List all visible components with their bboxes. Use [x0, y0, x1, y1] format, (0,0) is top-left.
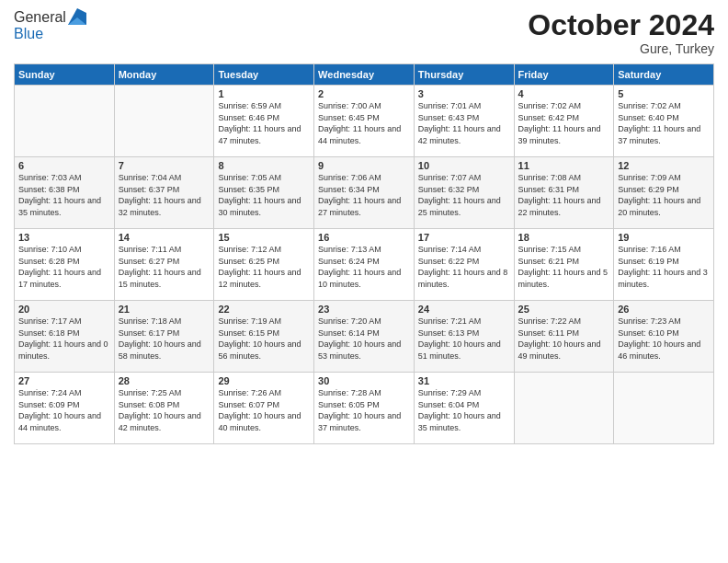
day-number: 8: [218, 160, 310, 171]
table-row: 18Sunrise: 7:15 AM Sunset: 6:21 PM Dayli…: [514, 229, 614, 301]
col-friday: Friday: [514, 64, 614, 86]
table-row: 3Sunrise: 7:01 AM Sunset: 6:43 PM Daylig…: [414, 86, 514, 157]
day-info: Sunrise: 7:02 AM Sunset: 6:42 PM Dayligh…: [518, 100, 610, 146]
table-row: 12Sunrise: 7:09 AM Sunset: 6:29 PM Dayli…: [614, 157, 714, 229]
col-monday: Monday: [114, 64, 214, 86]
day-number: 25: [518, 304, 610, 315]
table-row: 13Sunrise: 7:10 AM Sunset: 6:28 PM Dayli…: [15, 229, 115, 301]
logo-icon: [68, 8, 86, 25]
table-row: 16Sunrise: 7:13 AM Sunset: 6:24 PM Dayli…: [314, 229, 415, 301]
day-number: 31: [418, 375, 510, 386]
col-wednesday: Wednesday: [314, 64, 415, 86]
table-row: 5Sunrise: 7:02 AM Sunset: 6:40 PM Daylig…: [614, 86, 714, 157]
table-row: 2Sunrise: 7:00 AM Sunset: 6:45 PM Daylig…: [314, 86, 415, 157]
day-info: Sunrise: 7:18 AM Sunset: 6:17 PM Dayligh…: [119, 316, 210, 362]
table-row: 8Sunrise: 7:05 AM Sunset: 6:35 PM Daylig…: [214, 157, 314, 229]
table-row: 17Sunrise: 7:14 AM Sunset: 6:22 PM Dayli…: [414, 229, 514, 301]
day-info: Sunrise: 7:29 AM Sunset: 6:04 PM Dayligh…: [418, 387, 510, 433]
day-number: 30: [318, 375, 410, 386]
day-info: Sunrise: 7:26 AM Sunset: 6:07 PM Dayligh…: [218, 387, 310, 433]
col-thursday: Thursday: [414, 64, 514, 86]
month-title: October 2024: [528, 9, 714, 41]
day-info: Sunrise: 7:09 AM Sunset: 6:29 PM Dayligh…: [618, 172, 710, 218]
page: General Blue October 2024 Gure, Turkey S…: [0, 0, 728, 563]
table-row: [614, 373, 714, 444]
table-row: 23Sunrise: 7:20 AM Sunset: 6:14 PM Dayli…: [314, 301, 415, 373]
day-number: 6: [18, 160, 110, 171]
day-info: Sunrise: 7:15 AM Sunset: 6:21 PM Dayligh…: [518, 244, 610, 290]
day-number: 1: [218, 88, 310, 99]
day-number: 17: [418, 232, 510, 243]
day-info: Sunrise: 7:12 AM Sunset: 6:25 PM Dayligh…: [218, 244, 310, 290]
day-number: 20: [18, 304, 110, 315]
day-number: 16: [318, 232, 410, 243]
day-number: 24: [418, 304, 510, 315]
table-row: 29Sunrise: 7:26 AM Sunset: 6:07 PM Dayli…: [214, 373, 314, 444]
col-tuesday: Tuesday: [214, 64, 314, 86]
day-info: Sunrise: 7:07 AM Sunset: 6:32 PM Dayligh…: [418, 172, 510, 218]
table-row: 21Sunrise: 7:18 AM Sunset: 6:17 PM Dayli…: [114, 301, 214, 373]
day-number: 21: [119, 304, 210, 315]
logo-blue: Blue: [14, 26, 86, 42]
day-number: 2: [318, 88, 410, 99]
day-number: 26: [618, 304, 710, 315]
table-row: 4Sunrise: 7:02 AM Sunset: 6:42 PM Daylig…: [514, 86, 614, 157]
table-row: 28Sunrise: 7:25 AM Sunset: 6:08 PM Dayli…: [114, 373, 214, 444]
day-number: 18: [518, 232, 610, 243]
table-row: 26Sunrise: 7:23 AM Sunset: 6:10 PM Dayli…: [614, 301, 714, 373]
day-number: 9: [318, 160, 410, 171]
day-info: Sunrise: 7:19 AM Sunset: 6:15 PM Dayligh…: [218, 316, 310, 362]
table-row: 30Sunrise: 7:28 AM Sunset: 6:05 PM Dayli…: [314, 373, 415, 444]
day-number: 12: [618, 160, 710, 171]
table-row: 22Sunrise: 7:19 AM Sunset: 6:15 PM Dayli…: [214, 301, 314, 373]
table-row: 11Sunrise: 7:08 AM Sunset: 6:31 PM Dayli…: [514, 157, 614, 229]
day-number: 23: [318, 304, 410, 315]
day-number: 15: [218, 232, 310, 243]
day-info: Sunrise: 7:24 AM Sunset: 6:09 PM Dayligh…: [18, 387, 110, 433]
day-info: Sunrise: 7:20 AM Sunset: 6:14 PM Dayligh…: [318, 316, 410, 362]
day-info: Sunrise: 7:06 AM Sunset: 6:34 PM Dayligh…: [318, 172, 410, 218]
table-row: 9Sunrise: 7:06 AM Sunset: 6:34 PM Daylig…: [314, 157, 415, 229]
day-number: 22: [218, 304, 310, 315]
day-info: Sunrise: 7:08 AM Sunset: 6:31 PM Dayligh…: [518, 172, 610, 218]
day-number: 10: [418, 160, 510, 171]
day-info: Sunrise: 7:23 AM Sunset: 6:10 PM Dayligh…: [618, 316, 710, 362]
table-row: 7Sunrise: 7:04 AM Sunset: 6:37 PM Daylig…: [114, 157, 214, 229]
day-info: Sunrise: 7:10 AM Sunset: 6:28 PM Dayligh…: [18, 244, 110, 290]
table-row: 15Sunrise: 7:12 AM Sunset: 6:25 PM Dayli…: [214, 229, 314, 301]
table-row: 24Sunrise: 7:21 AM Sunset: 6:13 PM Dayli…: [414, 301, 514, 373]
table-row: [514, 373, 614, 444]
day-number: 27: [18, 375, 110, 386]
table-row: 25Sunrise: 7:22 AM Sunset: 6:11 PM Dayli…: [514, 301, 614, 373]
day-number: 4: [518, 88, 610, 99]
day-info: Sunrise: 7:25 AM Sunset: 6:08 PM Dayligh…: [119, 387, 210, 433]
day-info: Sunrise: 7:03 AM Sunset: 6:38 PM Dayligh…: [18, 172, 110, 218]
day-info: Sunrise: 7:13 AM Sunset: 6:24 PM Dayligh…: [318, 244, 410, 290]
day-info: Sunrise: 7:01 AM Sunset: 6:43 PM Dayligh…: [418, 100, 510, 146]
day-info: Sunrise: 7:04 AM Sunset: 6:37 PM Dayligh…: [119, 172, 210, 218]
day-number: 5: [618, 88, 710, 99]
table-row: 1Sunrise: 6:59 AM Sunset: 6:46 PM Daylig…: [214, 86, 314, 157]
day-number: 14: [119, 232, 210, 243]
day-info: Sunrise: 6:59 AM Sunset: 6:46 PM Dayligh…: [218, 100, 310, 146]
table-row: 19Sunrise: 7:16 AM Sunset: 6:19 PM Dayli…: [614, 229, 714, 301]
header-row: Sunday Monday Tuesday Wednesday Thursday…: [15, 64, 714, 86]
day-info: Sunrise: 7:17 AM Sunset: 6:18 PM Dayligh…: [18, 316, 110, 362]
header: General Blue October 2024 Gure, Turkey: [14, 9, 714, 56]
day-number: 11: [518, 160, 610, 171]
day-info: Sunrise: 7:05 AM Sunset: 6:35 PM Dayligh…: [218, 172, 310, 218]
table-row: 20Sunrise: 7:17 AM Sunset: 6:18 PM Dayli…: [15, 301, 115, 373]
table-row: [114, 86, 214, 157]
table-row: 31Sunrise: 7:29 AM Sunset: 6:04 PM Dayli…: [414, 373, 514, 444]
day-number: 13: [18, 232, 110, 243]
day-info: Sunrise: 7:16 AM Sunset: 6:19 PM Dayligh…: [618, 244, 710, 290]
col-sunday: Sunday: [15, 64, 115, 86]
logo-general: General: [14, 9, 66, 26]
table-row: 27Sunrise: 7:24 AM Sunset: 6:09 PM Dayli…: [15, 373, 115, 444]
day-info: Sunrise: 7:00 AM Sunset: 6:45 PM Dayligh…: [318, 100, 410, 146]
col-saturday: Saturday: [614, 64, 714, 86]
day-info: Sunrise: 7:14 AM Sunset: 6:22 PM Dayligh…: [418, 244, 510, 290]
day-info: Sunrise: 7:22 AM Sunset: 6:11 PM Dayligh…: [518, 316, 610, 362]
table-row: 10Sunrise: 7:07 AM Sunset: 6:32 PM Dayli…: [414, 157, 514, 229]
logo: General Blue: [14, 9, 86, 42]
